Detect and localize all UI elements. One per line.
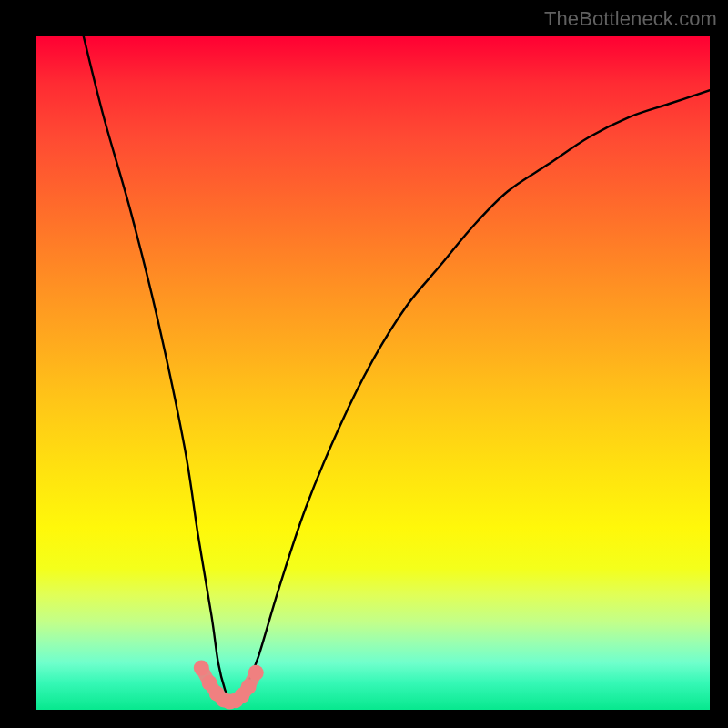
highlight-dot <box>234 688 249 703</box>
highlight-dot <box>241 679 257 694</box>
bottleneck-curve-path <box>84 36 710 704</box>
highlight-dots-group <box>194 661 264 710</box>
plot-area <box>36 36 710 710</box>
chart-frame: TheBottleneck.com <box>0 0 728 728</box>
highlight-dot <box>248 665 264 681</box>
highlight-arc <box>201 668 256 702</box>
curve-line <box>84 36 710 704</box>
highlight-dot <box>209 686 225 702</box>
highlight-dot <box>202 675 217 691</box>
watermark-text: TheBottleneck.com <box>544 7 717 31</box>
highlight-dot <box>222 694 238 710</box>
chart-svg <box>36 36 710 710</box>
highlight-dot <box>228 693 244 708</box>
highlight-dot <box>194 661 209 676</box>
highlight-dot <box>216 692 231 707</box>
